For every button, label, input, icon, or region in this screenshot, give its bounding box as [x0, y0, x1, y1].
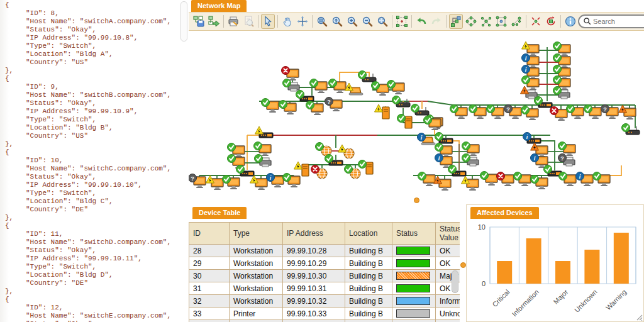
map-node-ws[interactable]: [418, 172, 436, 187]
overview-button[interactable]: [395, 14, 409, 29]
tab-device-table[interactable]: Device Table: [192, 207, 247, 219]
map-node-ws[interactable]: [550, 107, 568, 121]
network-map-canvas[interactable]: ?ii???iiiii?i: [189, 31, 644, 199]
circular-layout-button[interactable]: [464, 14, 478, 29]
table-row[interactable]: 32Workstation99.99.10.32Building BInform…: [189, 295, 483, 308]
map-node-printer[interactable]: [553, 87, 570, 99]
splitter-collapse-handle[interactable]: [460, 262, 466, 268]
horizontal-splitter[interactable]: [189, 199, 644, 204]
map-node-server[interactable]: [375, 104, 390, 119]
zoom-fit-button[interactable]: [375, 14, 389, 29]
move-button[interactable]: [296, 14, 309, 29]
map-node-ws[interactable]: [387, 80, 405, 95]
resize-grip-icon[interactable]: [635, 313, 643, 321]
map-node-ws[interactable]: [521, 106, 539, 121]
symmetric-layout-button[interactable]: [479, 14, 493, 29]
map-node-switch[interactable]: [448, 165, 467, 177]
map-node-ws[interactable]: [593, 172, 611, 187]
map-node-ws[interactable]: ?: [601, 105, 619, 119]
rotate-layout-button[interactable]: [544, 14, 558, 29]
map-node-router[interactable]: [411, 104, 430, 116]
print-button[interactable]: [226, 14, 240, 29]
map-node-ws[interactable]: [223, 175, 240, 190]
map-node-ws[interactable]: [329, 79, 347, 94]
table-row[interactable]: 33Printer99.99.10.33Building BUnknown: [189, 308, 483, 320]
map-node-ws[interactable]: [306, 101, 324, 116]
map-node-ws[interactable]: [279, 101, 297, 115]
map-node-router[interactable]: [622, 124, 640, 135]
select-button[interactable]: [261, 14, 275, 29]
map-node-ws[interactable]: [487, 105, 504, 119]
map-node-ws[interactable]: [567, 105, 584, 119]
map-node-switch[interactable]: [236, 165, 255, 177]
map-node-switch[interactable]: [296, 91, 314, 102]
map-node-laptop[interactable]: [345, 83, 364, 95]
table-row[interactable]: 28Workstation99.99.10.28Building BOK: [189, 245, 483, 257]
map-node-ws[interactable]: ?: [504, 105, 522, 119]
map-node-ws[interactable]: [584, 105, 602, 119]
zoom-box-button[interactable]: [315, 14, 329, 29]
map-node-ws[interactable]: [450, 105, 468, 119]
map-node-globe[interactable]: [345, 165, 361, 179]
vertical-splitter[interactable]: [460, 204, 466, 322]
zoom-out-button[interactable]: [360, 14, 374, 29]
map-node-ws[interactable]: [531, 175, 548, 190]
search-input[interactable]: [592, 17, 644, 26]
map-node-switch[interactable]: i: [523, 133, 541, 144]
map-node-globe[interactable]: [338, 145, 355, 158]
map-node-ws[interactable]: [514, 172, 531, 187]
column-header-id[interactable]: ID: [189, 223, 230, 245]
hierarchic-layout-button[interactable]: [449, 14, 463, 29]
map-node-ws[interactable]: [250, 175, 268, 190]
map-node-ws[interactable]: [372, 82, 389, 96]
table-row[interactable]: 30Workstation99.99.10.30Building BMajor: [189, 270, 483, 282]
zoom-up-button[interactable]: [330, 14, 344, 29]
map-node-switch[interactable]: [325, 155, 343, 166]
map-node-globe[interactable]: [311, 165, 328, 179]
export-map-button[interactable]: [207, 14, 221, 29]
bar-information[interactable]: [526, 238, 541, 284]
map-node-server[interactable]: [397, 114, 413, 129]
map-node-printer[interactable]: [283, 79, 300, 92]
bar-critical[interactable]: [497, 261, 512, 284]
column-header-ip-address[interactable]: IP Address: [283, 223, 345, 245]
bar-unknown[interactable]: [584, 250, 599, 284]
map-node-ws[interactable]: [206, 175, 224, 190]
map-node-ws[interactable]: [469, 105, 487, 119]
grid-layout-button[interactable]: [494, 14, 508, 29]
bar-warning[interactable]: [614, 233, 629, 284]
tree-layout-button[interactable]: [509, 14, 523, 29]
bar-major[interactable]: [555, 261, 570, 284]
map-node-ws[interactable]: [434, 176, 452, 191]
pan-button[interactable]: [280, 14, 294, 29]
map-node-ws[interactable]: ?: [325, 97, 343, 112]
map-node-globe[interactable]: [316, 143, 332, 157]
map-node-ws[interactable]: [262, 99, 279, 113]
splitter-collapse-handle[interactable]: [414, 197, 419, 203]
map-node-ws[interactable]: [497, 172, 514, 187]
map-node-printer[interactable]: [255, 155, 272, 167]
map-node-ws[interactable]: [254, 142, 272, 157]
tab-affected-devices[interactable]: Affected Devices: [470, 207, 539, 219]
map-node-ws[interactable]: i: [576, 172, 594, 187]
map-node-server[interactable]: [294, 162, 309, 176]
column-header-status[interactable]: Status: [392, 223, 436, 245]
column-header-type[interactable]: Type: [230, 223, 283, 245]
device-table-scrollbar[interactable]: [452, 270, 458, 293]
json-panel-scrollbar[interactable]: [180, 1, 187, 42]
map-node-ws[interactable]: [559, 172, 577, 187]
table-row[interactable]: 31Workstation99.99.10.31Building BOK: [189, 282, 483, 295]
map-node-switch[interactable]: [255, 126, 274, 138]
map-node-ws[interactable]: [619, 105, 636, 119]
save-map-button[interactable]: [192, 14, 206, 29]
undo-button[interactable]: [414, 14, 428, 29]
map-node-switch[interactable]: [435, 133, 453, 144]
table-row[interactable]: 29Workstation99.99.10.29Building BOK: [189, 257, 483, 270]
tab-network-map[interactable]: Network Map: [191, 0, 247, 12]
map-node-ws[interactable]: [462, 176, 479, 191]
info-button[interactable]: [564, 14, 577, 29]
table-row[interactable]: 34FTP Server99.99.10.34Building CWarning: [189, 320, 483, 322]
json-source-panel[interactable]: { "ID": 8, "Host Name": "switchA.company…: [0, 0, 189, 322]
shrink-layout-button[interactable]: [529, 14, 543, 29]
column-header-location[interactable]: Location: [345, 223, 392, 245]
